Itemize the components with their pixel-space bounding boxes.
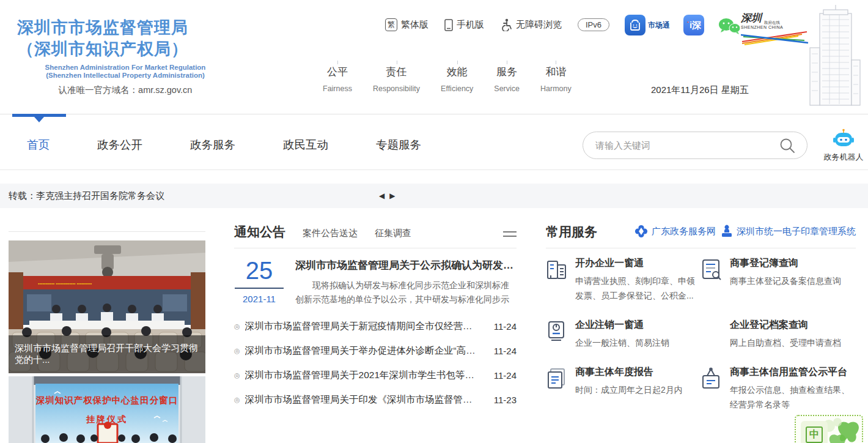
market-app-icon	[625, 15, 645, 35]
ticker-controls: ◀ ▶	[379, 192, 395, 200]
wechat-icon[interactable]	[718, 17, 741, 38]
svg-text:▪▪▪▪▪▪▪▪▪▪▪ ▪▪▪▪▪▪▪▪▪▪▪▪▪ ▪▪▪▪: ▪▪▪▪▪▪▪▪▪▪▪ ▪▪▪▪▪▪▪▪▪▪▪▪▪ ▪▪▪▪▪▪▪▪▪▪	[38, 281, 92, 286]
eseal-system-link[interactable]: 深圳市统一电子印章管理系统	[721, 225, 856, 238]
org-name-english: Shenzhen Administration For Market Regul…	[18, 64, 232, 80]
widget-zhong-char: 中	[806, 426, 823, 443]
ceremony-photo	[9, 376, 205, 443]
value-responsibility: 责任Responsibility	[373, 65, 420, 93]
nav-item-interaction[interactable]: 政民互动	[283, 137, 328, 152]
notices-title: 通知公告	[234, 223, 285, 240]
featured-notice-summary: 现将拟确认为研发与标准化同步示范企业和深圳标准创新示范基地的单位予以公示，其中研…	[295, 278, 517, 307]
services-title: 常用服务	[546, 223, 597, 240]
nav-item-home[interactable]: 首页	[27, 137, 50, 152]
tab-surveys[interactable]: 征集调查	[375, 228, 411, 239]
featured-day: 25	[234, 258, 284, 283]
ticker-headline[interactable]: 转载：李克强主持召开国务院常务会议	[9, 190, 164, 202]
value-fairness: 公平Fairness	[323, 65, 352, 93]
building-illustration	[798, 5, 866, 110]
notices-tabs: 案件公告送达 征集调查	[303, 228, 411, 240]
value-efficiency: 效能Efficiency	[441, 65, 473, 93]
bullet-icon: ◎	[234, 347, 240, 355]
notice-list-item[interactable]: ◎ 深圳市市场监督管理局关于2021年深圳市学生书包等3类产... 11-24	[234, 363, 517, 387]
gov-robot-entry[interactable]: 政务机器人	[820, 128, 867, 163]
header-quick-links: 繁 繁体版 手机版 无障碍浏览 IPv6	[385, 18, 609, 31]
notice-list: ◎ 深圳市市场监督管理局关于新冠疫情期间全市仅经营乙类非... 11-24 ◎ …	[234, 314, 517, 412]
carousel-slide-ceremony[interactable]: 深圳知识产权保护中心盐田分窗口 挂牌仪式	[9, 376, 205, 443]
main-navigation: 首页 政务公开 政务服务 政民互动 专题服务	[27, 137, 421, 152]
search-input[interactable]	[595, 140, 779, 151]
search-bar[interactable]	[583, 132, 807, 159]
carousel-slide-meeting[interactable]: ▪▪▪▪▪▪▪▪▪▪▪ ▪▪▪▪▪▪▪▪▪▪▪▪▪ ▪▪▪▪▪▪▪▪▪▪ 深圳市…	[9, 240, 205, 373]
notices-divider	[234, 248, 517, 248]
featured-date-underline	[235, 288, 284, 289]
photo-carousel[interactable]: ▪▪▪▪▪▪▪▪▪▪▪ ▪▪▪▪▪▪▪▪▪▪▪▪▪ ▪▪▪▪▪▪▪▪▪▪ 深圳市…	[9, 240, 205, 443]
phone-icon	[444, 19, 453, 31]
robot-icon	[831, 128, 856, 148]
carousel-caption: 深圳市市场监督管理局召开干部大会学习贯彻党的十...	[9, 335, 205, 373]
widget-inner-tile: 中	[801, 421, 828, 443]
services-section: 常用服务 广东政务服务网 深圳市统一电子印章管理系统	[546, 223, 856, 428]
ticker-prev-icon[interactable]: ◀	[379, 192, 384, 200]
core-values: 公平Fairness 责任Responsibility 效能Efficiency…	[323, 65, 572, 93]
accessibility-icon	[500, 18, 512, 31]
accessibility-link[interactable]: 无障碍浏览	[500, 18, 562, 31]
nav-bottom-divider	[0, 169, 868, 170]
nav-top-divider	[0, 114, 868, 114]
nav-item-gov-disclosure[interactable]: 政务公开	[97, 137, 142, 152]
archives-search-icon-empty	[701, 319, 725, 350]
traditional-badge-icon: 繁	[385, 18, 397, 31]
search-icon[interactable]	[779, 137, 796, 154]
annual-report-icon	[546, 366, 570, 412]
bullet-icon: ◎	[234, 396, 240, 404]
tab-case-announcements[interactable]: 案件公告送达	[303, 228, 358, 239]
featured-date-block: 25 2021-11	[234, 258, 284, 307]
ceremony-banner-line1: 深圳知识产权保护中心盐田分窗口	[9, 395, 205, 406]
value-service: 服务Service	[494, 65, 520, 93]
service-card-archives-search[interactable]: 企业登记档案查询 网上自助查档、受理申请查档	[701, 319, 856, 350]
market-app-link[interactable]: 市场通	[625, 15, 670, 35]
featured-notice-title[interactable]: 深圳市市场监督管理局关于公示拟确认为研发与标...	[295, 258, 517, 272]
robot-label: 政务机器人	[820, 152, 867, 163]
service-card-open-business[interactable]: 开办企业一窗通 申请营业执照、刻制印章、申领发票、员工参保登记、公积金...	[546, 257, 701, 303]
bullet-icon: ◎	[234, 322, 240, 330]
services-grid: 开办企业一窗通 申请营业执照、刻制印章、申领发票、员工参保登记、公积金... 商…	[546, 257, 856, 428]
service-card-registry-search[interactable]: 商事登记簿查询 商事主体登记及备案信息查询	[701, 257, 856, 303]
ipv6-badge[interactable]: IPv6	[578, 18, 609, 31]
notices-more-icon[interactable]	[503, 228, 517, 237]
floating-green-widget[interactable]: 中	[795, 415, 863, 443]
credit-platform-icon	[701, 366, 725, 412]
notice-list-item[interactable]: ◎ 深圳市市场监督管理局关于举办促进体外诊断企业“高质量... 11-24	[234, 338, 517, 363]
deregistration-icon	[546, 319, 570, 350]
org-name-cn-line2: （深圳市知识产权局）	[17, 39, 188, 60]
guangdong-gov-services-link[interactable]: 广东政务服务网	[634, 225, 716, 238]
notice-list-item[interactable]: ◎ 深圳市市场监督管理局关于印发《深圳市市场监督管理局商... 11-23	[234, 387, 517, 412]
current-date: 2021年11月26日 星期五	[651, 84, 749, 96]
seal-stamp-icon	[721, 225, 733, 238]
nav-item-gov-services[interactable]: 政务服务	[190, 137, 235, 152]
service-card-annual-report[interactable]: 商事主体年度报告 时间：成立周年之日起2月内	[546, 366, 701, 412]
mobile-version-link[interactable]: 手机版	[444, 19, 484, 31]
services-divider	[546, 248, 856, 248]
notices-section: 通知公告 案件公告送达 征集调查 25 2021-11 深圳市市场监督管理局关于…	[234, 223, 517, 412]
traditional-chinese-link[interactable]: 繁 繁体版	[385, 18, 428, 31]
featured-month: 2021-11	[234, 294, 284, 304]
org-logo-title: 深圳市市场监督管理局 （深圳市知识产权局）	[17, 17, 188, 60]
ishenzhen-app-icon[interactable]: ˙i深	[683, 15, 704, 35]
active-tab-arrow	[34, 117, 44, 122]
service-card-credit-platform[interactable]: 商事主体信用监管公示平台 年报公示信息、抽查检查结果、经营异常名录等	[701, 366, 856, 412]
nav-item-special-services[interactable]: 专题服务	[376, 137, 421, 152]
featured-notice[interactable]: 25 2021-11 深圳市市场监督管理局关于公示拟确认为研发与标... 现将拟…	[234, 258, 517, 307]
org-name-cn-line1: 深圳市市场监督管理局	[17, 17, 188, 39]
open-business-icon	[546, 257, 570, 303]
registry-search-icon	[701, 257, 725, 303]
carousel-top-divider	[9, 231, 205, 232]
header-app-icons: 市场通 ˙i深	[625, 15, 741, 38]
value-harmony: 和谐Harmony	[540, 65, 572, 93]
official-domain-note: 认准唯一官方域名：amr.sz.gov.cn	[18, 84, 232, 96]
service-card-deregistration[interactable]: 企业注销一窗通 企业一般注销、简易注销	[546, 319, 701, 350]
clover-leaves-icon	[823, 417, 861, 443]
notice-list-item[interactable]: ◎ 深圳市市场监督管理局关于新冠疫情期间全市仅经营乙类非... 11-24	[234, 314, 517, 338]
ticker-next-icon[interactable]: ▶	[389, 192, 395, 200]
pinwheel-icon	[634, 225, 648, 238]
services-external-links: 广东政务服务网 深圳市统一电子印章管理系统	[634, 225, 856, 238]
